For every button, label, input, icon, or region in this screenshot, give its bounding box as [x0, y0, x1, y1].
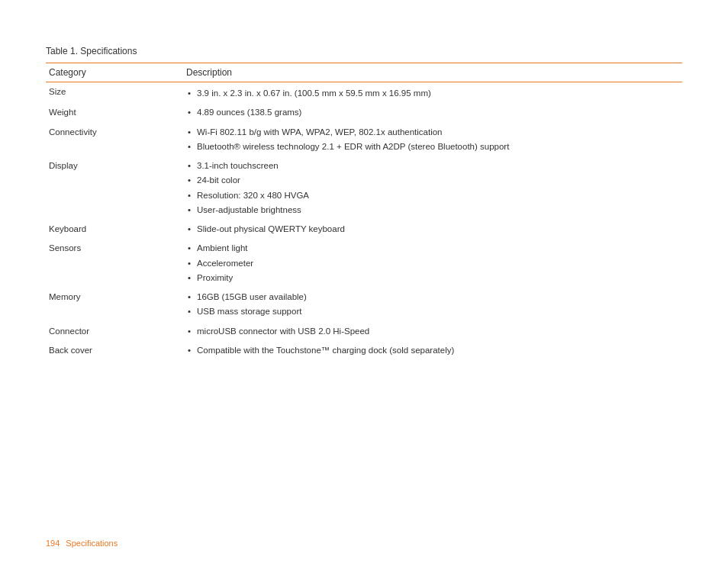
list-item: microUSB connector with USB 2.0 Hi-Speed: [186, 325, 676, 338]
list-item: Wi-Fi 802.11 b/g with WPA, WPA2, WEP, 80…: [186, 126, 676, 139]
list-item: USB mass storage support: [186, 305, 676, 318]
table-row: ConnectormicroUSB connector with USB 2.0…: [46, 323, 682, 342]
list-item: 3.9 in. x 2.3 in. x 0.67 in. (100.5 mm x…: [186, 87, 676, 100]
page-number: 194: [46, 539, 60, 548]
description-cell: 3.1-inch touchscreen24-bit colorResoluti…: [183, 157, 682, 220]
footer-section: Specifications: [66, 539, 118, 548]
page-footer: 194 Specifications: [46, 539, 118, 548]
bullet-list: 16GB (15GB user available)USB mass stora…: [186, 291, 676, 319]
list-item: 24-bit color: [186, 174, 676, 187]
table-row: ConnectivityWi-Fi 802.11 b/g with WPA, W…: [46, 124, 682, 158]
description-cell: Wi-Fi 802.11 b/g with WPA, WPA2, WEP, 80…: [183, 124, 682, 158]
list-item: Slide-out physical QWERTY keyboard: [186, 223, 676, 236]
bullet-list: Slide-out physical QWERTY keyboard: [186, 223, 676, 236]
specs-table: Category Description Size3.9 in. x 2.3 i…: [46, 63, 682, 361]
category-cell: Connector: [46, 323, 183, 342]
category-cell: Keyboard: [46, 220, 183, 240]
table-header-row: Category Description: [46, 63, 682, 82]
list-item: 3.1-inch touchscreen: [186, 159, 676, 172]
bullet-list: Compatible with the Touchstone™ charging…: [186, 344, 676, 357]
category-cell: Memory: [46, 288, 183, 323]
bullet-list: Wi-Fi 802.11 b/g with WPA, WPA2, WEP, 80…: [186, 126, 676, 154]
bullet-list: 3.1-inch touchscreen24-bit colorResoluti…: [186, 159, 676, 217]
header-category: Category: [46, 63, 183, 82]
list-item: 4.89 ounces (138.5 grams): [186, 106, 676, 119]
bullet-list: microUSB connector with USB 2.0 Hi-Speed: [186, 325, 676, 338]
description-cell: microUSB connector with USB 2.0 Hi-Speed: [183, 323, 682, 342]
category-cell: Back cover: [46, 342, 183, 361]
list-item: Proximity: [186, 272, 676, 285]
table-row: KeyboardSlide-out physical QWERTY keyboa…: [46, 220, 682, 240]
list-item: Resolution: 320 x 480 HVGA: [186, 189, 676, 202]
description-cell: Ambient lightAccelerometerProximity: [183, 240, 682, 288]
list-item: 16GB (15GB user available): [186, 291, 676, 304]
list-item: User-adjustable brightness: [186, 204, 676, 217]
table-row: Size3.9 in. x 2.3 in. x 0.67 in. (100.5 …: [46, 82, 682, 105]
description-cell: 4.89 ounces (138.5 grams): [183, 104, 682, 123]
table-row: Memory16GB (15GB user available)USB mass…: [46, 288, 682, 323]
description-cell: Slide-out physical QWERTY keyboard: [183, 220, 682, 240]
table-row: Weight4.89 ounces (138.5 grams): [46, 104, 682, 123]
list-item: Compatible with the Touchstone™ charging…: [186, 344, 676, 357]
category-cell: Size: [46, 82, 183, 105]
header-description: Description: [183, 63, 682, 82]
description-cell: 16GB (15GB user available)USB mass stora…: [183, 288, 682, 323]
table-title: Table 1. Specifications: [46, 46, 682, 56]
bullet-list: Ambient lightAccelerometerProximity: [186, 242, 676, 285]
category-cell: Connectivity: [46, 124, 183, 158]
list-item: Accelerometer: [186, 257, 676, 270]
table-row: SensorsAmbient lightAccelerometerProximi…: [46, 240, 682, 288]
description-cell: Compatible with the Touchstone™ charging…: [183, 342, 682, 361]
description-cell: 3.9 in. x 2.3 in. x 0.67 in. (100.5 mm x…: [183, 82, 682, 105]
table-row: Display3.1-inch touchscreen24-bit colorR…: [46, 157, 682, 220]
list-item: Ambient light: [186, 242, 676, 255]
page-content: Table 1. Specifications Category Descrip…: [0, 0, 728, 391]
bullet-list: 4.89 ounces (138.5 grams): [186, 106, 676, 119]
category-cell: Weight: [46, 104, 183, 123]
table-row: Back coverCompatible with the Touchstone…: [46, 342, 682, 361]
category-cell: Display: [46, 157, 183, 220]
bullet-list: 3.9 in. x 2.3 in. x 0.67 in. (100.5 mm x…: [186, 87, 676, 100]
category-cell: Sensors: [46, 240, 183, 288]
list-item: Bluetooth® wireless technology 2.1 + EDR…: [186, 140, 676, 153]
